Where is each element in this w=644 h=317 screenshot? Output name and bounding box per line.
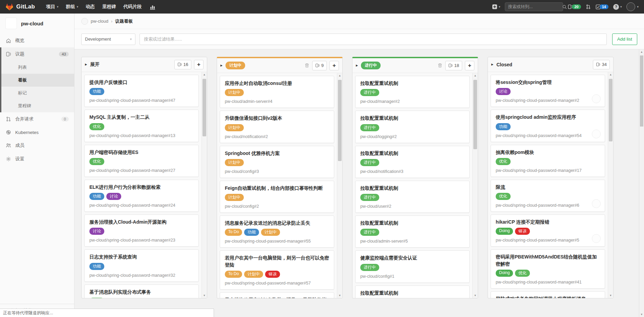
issue-card[interactable]: 升级微信通知接口到v2版本计划中pw-cloud/notification#2: [220, 111, 334, 143]
analytics-icon[interactable]: [147, 0, 158, 14]
issue-label[interactable]: 计划中: [244, 271, 263, 278]
column-scrollbar[interactable]: ▲▼: [608, 72, 613, 298]
issue-card[interactable]: 将session交由spring管理讨论pw-cloud/spring-clou…: [491, 75, 605, 107]
issues-dashboard-button[interactable]: 20: [568, 4, 581, 9]
issue-label[interactable]: 功能: [244, 229, 259, 236]
caret-right-icon[interactable]: ▶: [491, 63, 493, 66]
page-scrollbar[interactable]: ▲ ▼: [639, 49, 644, 317]
add-issue-button[interactable]: +: [194, 60, 203, 69]
scroll-up-icon[interactable]: ▲: [639, 50, 644, 53]
issue-label[interactable]: 计划中: [225, 159, 244, 166]
issue-card[interactable]: 拉取配置重试机制进行中pw-cloud/logging#2: [355, 111, 470, 143]
add-issue-button[interactable]: +: [465, 61, 474, 70]
issue-card[interactable]: 登陆成功或者失败同时调用小程序模板消息: [491, 291, 605, 298]
caret-right-icon[interactable]: ▶: [85, 63, 87, 66]
issue-label[interactable]: Doing: [496, 228, 513, 235]
scroll-down-icon[interactable]: ▼: [608, 294, 613, 297]
issue-label[interactable]: 计划中: [225, 124, 244, 131]
issue-label[interactable]: 讨论: [89, 228, 104, 235]
issue-card[interactable]: 日志支持按子系统查询功能pw-cloud/spring-cloud-passwo…: [84, 249, 199, 281]
issue-label[interactable]: 优化: [496, 158, 511, 165]
nav-item-milestones[interactable]: 里程碑: [99, 0, 120, 14]
sidebar-item-milestones[interactable]: 里程碑: [1, 99, 74, 112]
column-scrollbar[interactable]: ▲▼: [201, 72, 207, 298]
sidebar-item-members[interactable]: 成员: [0, 139, 74, 152]
sidebar-item-overview[interactable]: 概览: [0, 34, 74, 47]
gitlab-logo[interactable]: GitLab: [5, 3, 35, 11]
issue-card[interactable]: Feign自动重试机制，结合内部接口幂等性判断计划中pw-cloud/confi…: [220, 181, 334, 213]
issue-label[interactable]: 计划中: [225, 89, 244, 96]
issue-label[interactable]: 优化: [89, 123, 104, 130]
issue-card[interactable]: Springboot 优雅停机方案计划中pw-cloud/config#3: [220, 146, 334, 178]
scrollbar-thumb[interactable]: [202, 79, 206, 136]
sidebar-item-list[interactable]: 列表: [1, 61, 74, 74]
issue-label[interactable]: 优化: [515, 270, 530, 277]
delete-list-button[interactable]: [304, 63, 309, 68]
issue-card[interactable]: 拉取配置重试机制进行中pw-cloud/admin-server#5: [355, 216, 470, 248]
scrollbar-thumb[interactable]: [473, 80, 477, 149]
issue-label[interactable]: 进行中: [360, 264, 379, 271]
nav-item-activity[interactable]: 动态: [82, 0, 99, 14]
board-filter-input[interactable]: [139, 33, 607, 45]
issue-label[interactable]: 进行中: [360, 194, 379, 201]
project-header[interactable]: pw-cloud: [0, 14, 74, 34]
issue-label[interactable]: 错误: [515, 228, 530, 235]
issue-card[interactable]: 拉取配置重试机制进行中: [355, 286, 470, 298]
issue-card[interactable]: 消息服务记录发送过的消息记录防止丢失To Do功能计划中pw-cloud/spr…: [220, 216, 334, 248]
issue-label[interactable]: 功能: [89, 193, 104, 200]
scroll-up-icon[interactable]: ▲: [202, 73, 207, 76]
issue-label[interactable]: 计划中: [261, 229, 280, 236]
issue-label[interactable]: 进行中: [360, 89, 379, 96]
issue-label[interactable]: 进行中: [360, 159, 379, 166]
issue-label[interactable]: 功能: [89, 263, 104, 270]
sidebar-item-issues[interactable]: 议题43: [1, 47, 74, 61]
global-search[interactable]: [505, 2, 563, 11]
add-list-button[interactable]: Add list: [612, 33, 637, 45]
issue-card[interactable]: 服务治理接入Cloud-Admin开源架构讨论pw-cloud/spring-c…: [84, 214, 199, 247]
sidebar-item-settings[interactable]: 设置: [0, 152, 74, 166]
scroll-up-icon[interactable]: ▲: [337, 74, 342, 77]
help-menu-button[interactable]: ? ▾: [613, 4, 622, 10]
issue-card[interactable]: 若用户在其中一台电脑登陆，则另一台也可以免密登陆To Do计划中错误pw-clo…: [220, 250, 334, 290]
issue-card[interactable]: 应用停止时自动取消consul注册计划中pw-cloud/admin-serve…: [220, 76, 334, 108]
caret-right-icon[interactable]: ▶: [356, 64, 358, 67]
issue-label[interactable]: 优化: [496, 193, 511, 200]
sidebar-item-board[interactable]: 看板: [1, 74, 74, 87]
todos-button[interactable]: 14: [596, 4, 608, 9]
issue-card[interactable]: 健康监控端点需要安全认证进行中pw-cloud/config#1: [355, 250, 470, 282]
breadcrumb-project-link[interactable]: pw-cloud: [91, 19, 108, 24]
issue-card[interactable]: ELK进行用户行为分析和数据检索功能讨论pw-cloud/spring-clou…: [84, 180, 199, 212]
issue-label[interactable]: 计划中: [225, 194, 244, 201]
caret-right-icon[interactable]: ▶: [220, 64, 222, 67]
issue-card[interactable]: 拉取配置重试机制进行中pw-cloud/notification#3: [355, 146, 470, 178]
issue-label[interactable]: 优化: [89, 158, 104, 165]
issue-label[interactable]: Doing: [496, 270, 513, 277]
sidebar-item-merge-requests[interactable]: 合并请求0: [0, 112, 74, 126]
issue-card[interactable]: 用户端密码存储使用ES优化pw-cloud/spring-cloud-passw…: [84, 145, 199, 177]
delete-list-button[interactable]: [437, 63, 443, 68]
scroll-up-icon[interactable]: ▲: [473, 74, 478, 77]
issue-label[interactable]: 进行中: [360, 229, 379, 236]
issue-label[interactable]: To Do: [225, 271, 242, 278]
issue-card[interactable]: MySQL 主从复制，一主二从优化pw-cloud/spring-cloud-p…: [84, 110, 199, 142]
issue-label[interactable]: 功能: [496, 123, 511, 130]
issue-card[interactable]: 基于消息队列实现分布式事务优化: [84, 285, 199, 298]
issue-label[interactable]: To Do: [225, 229, 242, 236]
issue-card[interactable]: 限流优化pw-cloud/spring-cloud-password-manag…: [491, 180, 605, 212]
issue-label[interactable]: 功能: [89, 88, 104, 95]
issue-card[interactable]: 日志模块使用定时任务跑批，记录T-1日登陆数指标: [220, 292, 334, 298]
sidebar-item-kubernetes[interactable]: Kubernetes: [0, 126, 74, 139]
scroll-down-icon[interactable]: ▼: [337, 294, 342, 297]
issue-label[interactable]: 讨论: [496, 88, 511, 95]
issue-card[interactable]: 提供用户反馈接口功能pw-cloud/spring-cloud-password…: [84, 75, 199, 107]
sidebar-item-labels[interactable]: 标记: [1, 87, 74, 99]
column-scrollbar[interactable]: ▲▼: [337, 73, 342, 298]
issue-label[interactable]: 讨论: [106, 193, 121, 200]
scrollbar-thumb[interactable]: [338, 80, 342, 161]
scrollbar-thumb[interactable]: [640, 55, 643, 127]
scroll-down-icon[interactable]: ▼: [473, 294, 478, 297]
issue-label[interactable]: 错误: [265, 271, 280, 278]
scrollbar-thumb[interactable]: [609, 79, 613, 141]
nav-item-projects[interactable]: 项目▾: [42, 0, 62, 14]
scroll-down-icon[interactable]: ▼: [202, 294, 207, 297]
